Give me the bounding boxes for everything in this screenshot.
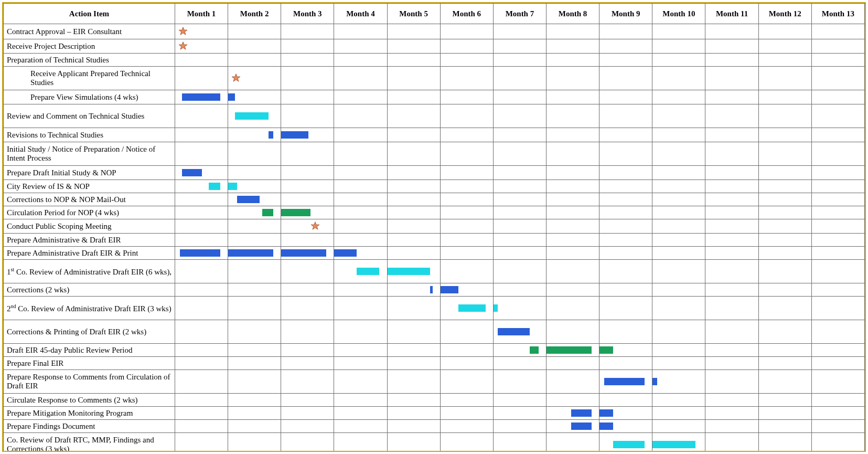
cell-m4 [334, 67, 387, 90]
action-item-label: 2nd Co. Review of Administrative Draft E… [4, 297, 175, 320]
cell-m3 [281, 54, 334, 67]
cell-m12 [758, 128, 811, 142]
cell-m11 [705, 166, 758, 180]
row-14: Prepare Administrative Draft EIR & Print [4, 247, 865, 260]
col-month-6: Month 6 [440, 4, 493, 24]
cell-m7 [493, 193, 546, 206]
cell-m4 [334, 357, 387, 370]
cell-m11 [705, 357, 758, 370]
cell-m8 [546, 234, 599, 247]
cell-m6 [440, 283, 493, 297]
cell-m2 [228, 180, 281, 193]
cell-m3 [281, 206, 334, 219]
gantt-bar [281, 249, 326, 257]
cell-m8 [546, 142, 599, 166]
cell-m12 [758, 24, 811, 39]
cell-m4 [334, 39, 387, 54]
cell-m9 [599, 166, 652, 180]
cell-m1 [175, 90, 228, 104]
cell-m10 [652, 142, 705, 166]
cell-m12 [758, 320, 811, 344]
col-month-1: Month 1 [175, 4, 228, 24]
cell-m10 [652, 357, 705, 370]
cell-m11 [705, 24, 758, 39]
cell-m10 [652, 90, 705, 104]
col-month-3: Month 3 [281, 4, 334, 24]
cell-m10 [652, 247, 705, 260]
cell-m10 [652, 433, 705, 452]
cell-m1 [175, 357, 228, 370]
cell-m12 [758, 39, 811, 54]
cell-m7 [493, 234, 546, 247]
cell-m10 [652, 166, 705, 180]
cell-m10 [652, 206, 705, 219]
cell-m7 [493, 433, 546, 452]
svg-marker-1 [179, 42, 187, 49]
cell-m13 [811, 128, 864, 142]
cell-m8 [546, 283, 599, 297]
row-22: Circulate Response to Comments (2 wks) [4, 394, 865, 407]
cell-m10 [652, 283, 705, 297]
cell-m3 [281, 407, 334, 420]
gantt-bar [530, 346, 539, 354]
cell-m10 [652, 54, 705, 67]
cell-m12 [758, 90, 811, 104]
cell-m3 [281, 344, 334, 357]
cell-m7 [493, 128, 546, 142]
cell-m13 [811, 297, 864, 320]
cell-m8 [546, 407, 599, 420]
cell-m11 [705, 433, 758, 452]
gantt-bar [546, 346, 592, 354]
cell-m1 [175, 247, 228, 260]
cell-m4 [334, 166, 387, 180]
cell-m9 [599, 104, 652, 128]
gantt-bar [498, 328, 529, 335]
cell-m12 [758, 206, 811, 219]
row-15: 1st Co. Review of Administrative Draft E… [4, 260, 865, 283]
cell-m11 [705, 344, 758, 357]
cell-m7 [493, 142, 546, 166]
cell-m8 [546, 247, 599, 260]
cell-m9 [599, 370, 652, 394]
cell-m10 [652, 128, 705, 142]
row-17: 2nd Co. Review of Administrative Draft E… [4, 297, 865, 320]
row-7: Initial Study / Notice of Preparation / … [4, 142, 865, 166]
cell-m4 [334, 283, 387, 297]
cell-m3 [281, 297, 334, 320]
cell-m13 [811, 394, 864, 407]
gantt-bar [180, 249, 220, 257]
cell-m6 [440, 420, 493, 433]
col-action-item: Action Item [4, 4, 175, 24]
cell-m10 [652, 297, 705, 320]
cell-m11 [705, 407, 758, 420]
row-8: Prepare Draft Initial Study & NOP [4, 166, 865, 180]
cell-m8 [546, 39, 599, 54]
cell-m8 [546, 180, 599, 193]
cell-m5 [387, 357, 440, 370]
cell-m10 [652, 193, 705, 206]
cell-m6 [440, 320, 493, 344]
cell-m1 [175, 180, 228, 193]
gantt-bar [281, 209, 310, 216]
cell-m7 [493, 283, 546, 297]
cell-m8 [546, 297, 599, 320]
action-item-label: Preparation of Technical Studies [4, 54, 175, 67]
col-month-11: Month 11 [705, 4, 758, 24]
cell-m2 [228, 297, 281, 320]
cell-m10 [652, 219, 705, 234]
gantt-bar [228, 249, 273, 257]
cell-m13 [811, 260, 864, 283]
cell-m9 [599, 206, 652, 219]
cell-m8 [546, 260, 599, 283]
cell-m1 [175, 297, 228, 320]
gantt-bar [235, 112, 269, 120]
cell-m10 [652, 234, 705, 247]
action-item-label: City Review of IS & NOP [4, 180, 175, 193]
cell-m4 [334, 420, 387, 433]
cell-m3 [281, 370, 334, 394]
cell-m7 [493, 370, 546, 394]
cell-m9 [599, 39, 652, 54]
cell-m2 [228, 234, 281, 247]
cell-m13 [811, 344, 864, 357]
cell-m5 [387, 234, 440, 247]
